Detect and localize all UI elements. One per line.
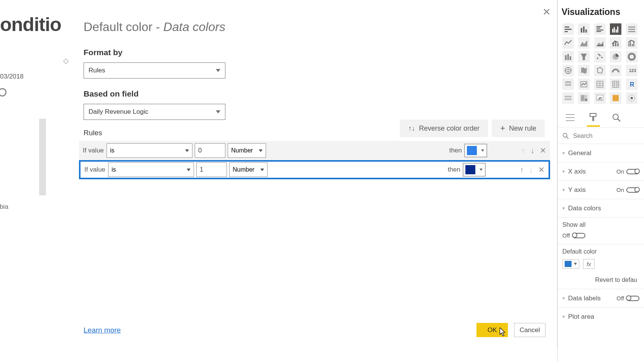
card-icon[interactable]: 123 [626,65,637,76]
multi-row-card-icon[interactable] [562,79,574,90]
fields-icon[interactable] [565,112,576,123]
svg-rect-52 [585,98,587,101]
line-chart-icon[interactable] [562,37,574,49]
analytics-icon[interactable] [611,112,622,123]
svg-rect-36 [565,84,571,86]
prop-general[interactable]: ▾General [558,144,644,162]
svg-rect-1 [565,29,572,30]
treemap-icon[interactable] [578,92,590,104]
waterfall-icon[interactable] [594,92,606,104]
toggle-label: Off [616,295,624,301]
r-visual-icon[interactable]: R [626,79,637,90]
dialog-title-main: Default color - [84,20,163,34]
gauge-icon[interactable] [610,65,621,76]
viz-tool-row [558,108,644,128]
table-icon[interactable] [594,79,606,90]
slicer-icon[interactable] [562,92,574,104]
learn-more-link[interactable]: Learn more [84,326,121,334]
cancel-button[interactable]: Cancel [514,323,545,337]
color-picker[interactable] [464,144,487,157]
stacked-column-chart-icon[interactable] [578,23,590,35]
prop-label: Data colors [568,205,601,212]
filled-map-icon[interactable] [578,65,590,76]
rule-rows-container: If value is Number then ↑ ↓ [79,141,550,179]
shape-map-icon[interactable] [594,65,606,76]
prop-data-labels[interactable]: ▾Data labels Off [558,289,644,307]
toggle-label: On [616,187,624,193]
svg-rect-61 [592,116,594,121]
svg-rect-51 [585,95,587,98]
fx-button[interactable]: fx [583,259,595,269]
line-clustered-column-icon[interactable] [626,37,637,49]
svg-text:R: R [630,81,634,88]
svg-rect-5 [585,29,587,33]
format-icon[interactable] [588,112,599,123]
move-down-icon[interactable]: ↓ [531,146,534,155]
python-visual-icon[interactable] [610,92,621,104]
rule-row[interactable]: If value is Number then ↑ ↓ [79,141,550,160]
slider-handle[interactable] [0,88,7,97]
slicer-date: 03/2018 [0,73,23,80]
stacked-area-chart-icon[interactable] [594,37,606,49]
value-type-dropdown[interactable]: Number [228,143,266,158]
data-labels-toggle[interactable]: Off [616,295,639,301]
pie-chart-icon[interactable] [610,51,621,62]
y-axis-toggle[interactable]: On [616,187,639,193]
delete-icon[interactable]: ✕ [540,146,546,155]
caret-down-icon [260,169,264,171]
format-by-value: Rules [89,67,105,74]
matrix-icon[interactable] [610,79,621,90]
default-color-label: Default color [562,248,639,255]
search-box[interactable]: Search [558,128,644,144]
line-stacked-column-icon[interactable] [610,37,621,49]
donut-chart-icon[interactable] [626,51,637,62]
scatter-chart-icon[interactable] [594,51,606,62]
color-picker[interactable] [463,163,486,177]
rule-row[interactable]: If value is Number then ↑ ↓ [79,160,550,179]
color-swatch-icon [465,165,475,174]
show-all-toggle[interactable]: Off [562,232,639,239]
reverse-color-order-button[interactable]: ↑↓ Reverse color order [400,120,488,137]
area-chart-icon[interactable] [578,37,590,49]
caret-down-icon [185,149,189,152]
clustered-column-chart-icon[interactable] [610,23,621,35]
clustered-bar-chart-icon[interactable] [594,23,606,35]
plus-icon: + [500,123,505,133]
svg-rect-21 [630,42,631,46]
condition-dropdown[interactable]: is [107,143,192,158]
x-axis-toggle[interactable]: On [616,168,639,175]
revert-to-default-link[interactable]: Revert to defau [562,269,639,283]
value-input[interactable] [196,162,227,177]
format-by-dropdown[interactable]: Rules [84,62,225,79]
default-color-picker[interactable] [562,259,579,269]
based-on-field-dropdown[interactable]: Daily Revenue Logic [84,104,225,120]
map-icon[interactable] [562,65,574,76]
ok-button[interactable]: OK [476,323,508,337]
funnel-chart-icon[interactable] [578,51,590,62]
prop-data-colors[interactable]: ▾Data colors [558,199,644,217]
import-visual-icon[interactable] [626,92,637,104]
value-input[interactable] [195,143,225,158]
svg-rect-26 [570,56,571,60]
ribbon-chart-icon[interactable] [562,51,574,62]
swap-vertical-icon: ↑↓ [408,124,415,133]
prop-label: X axis [568,168,586,175]
delete-icon[interactable]: ✕ [538,165,545,174]
reverse-color-order-label: Reverse color order [419,124,480,133]
prop-y-axis[interactable]: ▾Y axis On [558,180,644,199]
condition-dropdown[interactable]: is [108,162,194,177]
prop-x-axis[interactable]: ▾X axis On [558,162,644,180]
move-up-icon[interactable]: ↑ [520,165,524,174]
axis-label-partial: mbia [0,203,8,211]
kpi-icon[interactable] [578,79,590,90]
value-type-dropdown[interactable]: Number [229,162,268,177]
svg-point-28 [599,55,601,56]
report-title-partial: onditio [0,13,61,36]
new-rule-button[interactable]: + New rule [492,120,545,137]
prop-label: Data labels [568,295,601,302]
prop-plot-area[interactable]: ▾Plot area [558,307,644,326]
svg-rect-35 [565,81,571,83]
caret-down-icon [259,149,263,152]
stacked-bar-chart-icon[interactable] [562,23,574,35]
hundred-stacked-bar-icon[interactable] [626,23,637,35]
